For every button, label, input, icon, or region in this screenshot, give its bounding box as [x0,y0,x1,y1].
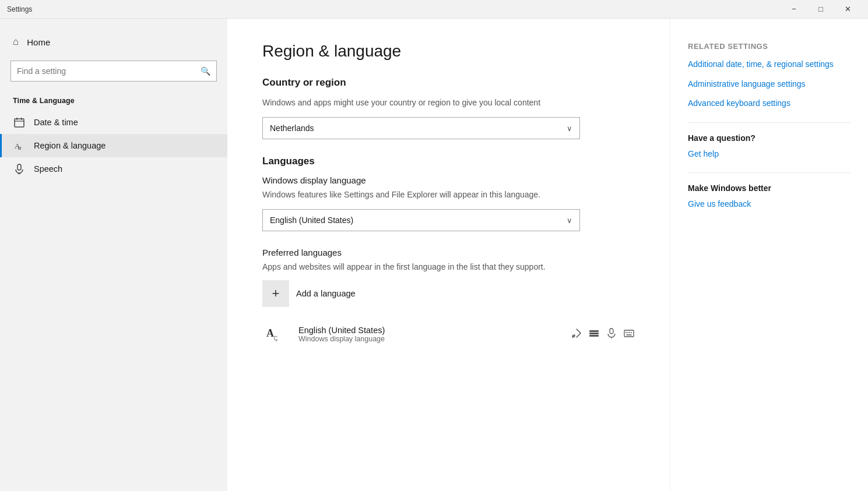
page-title: Region & language [262,42,635,61]
search-box[interactable]: 🔍 [10,61,217,82]
lang-keyboard-icon[interactable] [623,327,635,342]
svg-rect-15 [610,328,613,334]
search-input[interactable] [17,66,201,76]
sidebar-item-speech-label: Speech [34,164,62,174]
add-language-button[interactable]: + Add a language [262,280,635,307]
divider-2 [688,172,851,173]
lang-mic-icon[interactable] [606,327,617,342]
svg-rect-0 [15,119,24,127]
lang-icon-english: A ꞔ [262,321,289,348]
add-icon: + [262,280,289,307]
lang-options-icon[interactable] [588,327,600,342]
country-region-description: Windows and apps might use your country … [262,97,600,109]
get-help-link[interactable]: Get help [688,149,851,160]
close-button[interactable]: ✕ [834,0,861,19]
home-label: Home [27,37,50,47]
question-label: Have a question? [688,133,851,143]
sidebar-item-date-time-label: Date & time [34,118,78,127]
display-language-description: Windows features like Settings and File … [262,189,600,201]
lang-name: English (United States) [298,326,561,335]
languages-title: Languages [262,156,635,167]
make-better-label: Make Windows better [688,183,851,193]
country-region-section: Country or region Windows and apps might… [262,77,635,139]
related-link-date-time[interactable]: Additional date, time, & regional settin… [688,59,851,70]
divider-1 [688,122,851,123]
title-bar: Settings − □ ✕ [0,0,868,19]
languages-section: Languages Windows display language Windo… [262,156,635,352]
date-time-icon [13,117,26,128]
window-controls: − □ ✕ [781,0,861,19]
country-region-title: Country or region [262,77,635,89]
language-item-english: A ꞔ English (United States) Windows disp… [262,316,635,352]
svg-rect-6 [17,164,21,170]
display-language-dropdown-arrow: ∨ [567,216,572,225]
sidebar-item-region-language-label: Region & language [34,141,106,150]
sidebar-item-date-time[interactable]: Date & time [0,111,227,134]
right-panel: Related settings Additional date, time, … [670,19,868,491]
svg-rect-12 [589,330,599,332]
svg-rect-17 [624,330,634,337]
lang-actions [571,327,635,342]
svg-text:a: a [18,144,22,151]
svg-text:ꞔ: ꞔ [273,333,277,342]
minimize-button[interactable]: − [781,0,807,19]
svg-rect-13 [589,333,599,334]
country-region-dropdown[interactable]: Netherlands ∨ [262,117,580,139]
preferred-languages-description: Apps and websites will appear in the fir… [262,261,589,273]
home-icon: ⌂ [13,36,19,48]
home-nav-item[interactable]: ⌂ Home [0,30,227,54]
speech-icon [13,164,26,174]
lang-info-english: English (United States) Windows display … [298,326,561,343]
sidebar-item-region-language[interactable]: A a Region & language [0,134,227,157]
preferred-languages-label: Preferred languages [262,248,635,257]
country-region-value: Netherlands [270,123,314,133]
region-language-icon: A a [13,140,26,151]
related-settings-title: Related settings [688,42,851,51]
maximize-button[interactable]: □ [807,0,834,19]
svg-rect-14 [589,335,599,337]
related-link-admin-language[interactable]: Administrative language settings [688,79,851,90]
app-body: ⌂ Home 🔍 Time & Language Date & time [0,19,868,491]
country-dropdown-arrow: ∨ [567,124,572,133]
sidebar-section-label: Time & Language [0,92,227,111]
lang-set-default-icon[interactable] [571,327,582,342]
give-feedback-link[interactable]: Give us feedback [688,199,851,210]
add-language-label: Add a language [296,289,356,298]
display-language-dropdown[interactable]: English (United States) ∨ [262,209,580,231]
lang-tag: Windows display language [298,335,561,343]
search-icon: 🔍 [201,66,210,76]
display-language-label: Windows display language [262,175,635,185]
app-title: Settings [7,5,781,13]
sidebar: ⌂ Home 🔍 Time & Language Date & time [0,19,227,491]
main-panel: Region & language Country or region Wind… [227,19,670,491]
display-language-value: English (United States) [270,216,353,225]
related-link-keyboard[interactable]: Advanced keyboard settings [688,98,851,109]
sidebar-item-speech[interactable]: Speech [0,157,227,181]
